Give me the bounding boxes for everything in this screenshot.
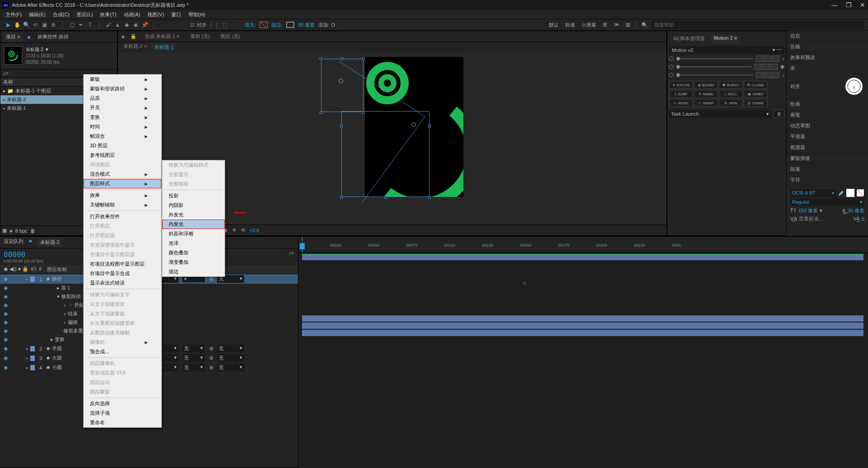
- eyedropper-icon[interactable]: 💉: [838, 190, 844, 196]
- rect-tool-icon[interactable]: ▢: [68, 21, 75, 28]
- ctx-sub-外发光[interactable]: 外发光: [162, 210, 225, 220]
- ctx-sub-内发光[interactable]: 内发光: [162, 220, 225, 229]
- align-ml[interactable]: [754, 64, 761, 70]
- viewer-tab-footage[interactable]: 素材 (无): [188, 32, 212, 41]
- ctx-效果[interactable]: 效果▶: [84, 191, 161, 200]
- menu-help[interactable]: 帮助(H): [185, 10, 209, 19]
- breadcrumb-comp-1[interactable]: 未标题-1: [151, 43, 176, 51]
- avatar[interactable]: 🦌: [845, 78, 863, 95]
- ctx-sub-渐变叠加[interactable]: 渐变叠加: [162, 257, 225, 267]
- brush-tool-icon[interactable]: 🖌: [105, 21, 112, 28]
- ctx-3D 图层[interactable]: 3D 图层: [84, 141, 161, 150]
- viewer-tab-comp[interactable]: 合成 未标题-1 ≡: [142, 32, 182, 41]
- text-tool-icon[interactable]: T: [86, 21, 94, 28]
- null-button[interactable]: ○ NULL: [719, 90, 743, 98]
- clone-button[interactable]: ⧉ CLONE: [744, 81, 768, 89]
- mask-interp-panel[interactable]: 蒙版插值: [787, 153, 868, 164]
- close-button[interactable]: ✕: [860, 1, 865, 9]
- ctx-帧混合[interactable]: 帧混合▶: [84, 131, 161, 141]
- audio-panel[interactable]: 音频: [787, 42, 868, 52]
- snapping-icon[interactable]: ⋮⋮: [210, 21, 217, 28]
- info-panel[interactable]: 信息: [787, 31, 868, 42]
- ctx-在项目流程图中显示图层[interactable]: 在项目流程图中显示图层: [84, 259, 161, 269]
- ctx-sub-光泽[interactable]: 光泽: [162, 239, 225, 248]
- paragraph-panel[interactable]: 段落: [787, 164, 868, 175]
- render-queue-tab[interactable]: 渲染队列: [4, 238, 24, 247]
- workspace-library[interactable]: 库: [603, 22, 608, 28]
- anchor-radio-2[interactable]: [669, 65, 674, 69]
- menu-view[interactable]: 视图(V): [144, 10, 168, 19]
- burst-button[interactable]: ✺ BURST: [719, 81, 743, 89]
- align-tr[interactable]: [772, 56, 779, 62]
- ctx-品质[interactable]: 品质▶: [84, 94, 161, 103]
- motion-sketch-panel[interactable]: 动态草图: [787, 121, 868, 131]
- orbit-button[interactable]: ◉ ORBIT: [744, 90, 768, 98]
- snap-toggle[interactable]: ☑对齐: [190, 22, 207, 28]
- font-size[interactable]: 150 像素: [798, 207, 818, 214]
- motion2-tab[interactable]: Motion 2 ≡: [711, 34, 740, 43]
- viewer-tab-layer[interactable]: 图层 (无): [218, 32, 243, 41]
- anchor-radio-1[interactable]: [669, 56, 674, 61]
- puppet-tool-icon[interactable]: 📌: [141, 21, 148, 28]
- spin-button[interactable]: ↻ SPIN: [719, 99, 743, 107]
- bpc-label[interactable]: 8 bpc: [15, 228, 28, 234]
- ctx-sub-描边[interactable]: 描边: [162, 267, 225, 276]
- ctx-sub-投影[interactable]: 投影: [162, 191, 225, 201]
- ctx-选择子项[interactable]: 选择子项: [84, 408, 161, 418]
- anchor-radio-3[interactable]: [669, 73, 674, 77]
- current-timecode[interactable]: 00000: [4, 250, 43, 259]
- project-interp-icon[interactable]: ▦: [2, 228, 7, 234]
- task-launch-dropdown[interactable]: Task Launch▾: [669, 110, 771, 118]
- workspace-standard[interactable]: 标准: [565, 22, 575, 28]
- ctx-开关[interactable]: 开关▶: [84, 103, 161, 112]
- exposure-value[interactable]: +0.0: [250, 228, 259, 233]
- exposure-icon[interactable]: ☀: [232, 227, 236, 233]
- menu-layer[interactable]: 图层(L): [73, 10, 96, 19]
- smoother-panel[interactable]: 平滑器: [787, 131, 868, 142]
- lock-icon[interactable]: 🔒: [130, 33, 137, 39]
- fill-color-swatch[interactable]: [846, 189, 854, 197]
- help-search-input[interactable]: 搜索帮助: [651, 21, 863, 29]
- comp-thumbnail[interactable]: [4, 47, 22, 65]
- snap-edge-icon[interactable]: ⬚: [221, 21, 228, 28]
- stare-button[interactable]: ◎ STARE: [744, 99, 768, 107]
- pen-tool-icon[interactable]: ✒: [77, 21, 85, 28]
- excite-button[interactable]: ✦ EXCITE: [669, 81, 693, 89]
- character-panel-header[interactable]: 字符: [787, 175, 868, 186]
- task-delete-button[interactable]: 🗑: [774, 110, 784, 118]
- align-tl[interactable]: [756, 56, 763, 62]
- workspace-more[interactable]: ≫: [614, 22, 619, 28]
- menu-effect[interactable]: 效果(T): [96, 10, 120, 19]
- ctx-图层样式[interactable]: 图层样式▶: [84, 179, 161, 188]
- wiggler-panel[interactable]: 摇摆器: [787, 142, 868, 153]
- menu-edit[interactable]: 编辑(E): [25, 10, 49, 19]
- project-tab[interactable]: 项目 ≡: [3, 33, 23, 41]
- paint-panel[interactable]: 绘画: [787, 99, 868, 110]
- breadcrumb-comp-2[interactable]: 未标题-2 <: [123, 43, 147, 51]
- fill-label[interactable]: 填充:: [245, 22, 256, 28]
- maximize-button[interactable]: ❐: [846, 1, 852, 9]
- ctx-显示表达式错误[interactable]: 显示表达式错误: [84, 278, 161, 288]
- font-family-dropdown[interactable]: OCR-A BT▾: [790, 189, 836, 197]
- zoom-tool-icon[interactable]: 🔍: [23, 21, 30, 28]
- kerning[interactable]: 度量标准...: [799, 215, 823, 222]
- align-bc[interactable]: [764, 72, 771, 78]
- align-bl[interactable]: [756, 72, 763, 78]
- align-tc[interactable]: [764, 56, 771, 62]
- stroke-label[interactable]: 描边:: [271, 22, 283, 28]
- align-br[interactable]: [772, 72, 779, 78]
- timeline-tracks[interactable]: 0002500050000750010000125001500017500200…: [298, 237, 868, 468]
- timeline-search[interactable]: ρ▾: [289, 250, 294, 263]
- ctx-sub-颜色叠加[interactable]: 颜色叠加: [162, 248, 225, 257]
- brush-panel[interactable]: 画笔: [787, 110, 868, 121]
- eraser-tool-icon[interactable]: ◆: [123, 21, 130, 28]
- ctx-时间[interactable]: 时间▶: [84, 122, 161, 131]
- align-panel[interactable]: 对齐: [790, 83, 800, 90]
- warp-button[interactable]: 〰 WARP: [694, 99, 718, 107]
- blend-button[interactable]: ◈ BLEND: [694, 81, 718, 89]
- menu-animation[interactable]: 动画(A): [120, 10, 144, 19]
- jump-button[interactable]: ⤴ JUMP: [669, 90, 693, 98]
- ctx-预合成...[interactable]: 预合成...: [84, 347, 161, 356]
- fill-swatch[interactable]: [259, 22, 268, 28]
- ctx-变换[interactable]: 变换▶: [84, 112, 161, 122]
